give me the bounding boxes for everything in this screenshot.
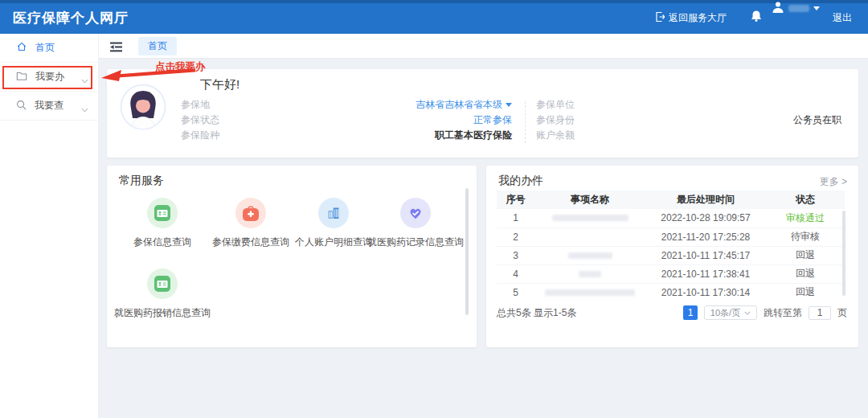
page-size-value: 10条/页 — [710, 307, 740, 319]
matters-table: 序号 事项名称 最后处理时间 状态 1 2022-10-28 19:09:57 … — [497, 191, 845, 299]
profile-card: 下午好! 参保地 吉林省吉林省省本级 参保状态 正常参保 参保险种 职工基本医疗… — [107, 69, 858, 158]
table-header-row: 序号 事项名称 最后处理时间 状态 — [497, 191, 845, 209]
table-row[interactable]: 2 2021-11-20 17:25:28 待审核 — [497, 227, 845, 246]
insured-status-label: 参保状态 — [181, 113, 219, 127]
menu-fold-icon[interactable] — [110, 41, 122, 51]
notification-bell-button[interactable] — [751, 10, 762, 25]
insured-unit-label: 参保单位 — [536, 98, 575, 112]
status-badge: 回退 — [766, 264, 845, 283]
services-title: 常用服务 — [119, 174, 164, 188]
logout-button[interactable]: 退出 — [833, 11, 852, 25]
matters-card: 我的办件 更多 > 序号 事项名称 最后处理时间 状态 1 2022-10-28… — [486, 166, 858, 347]
service-label: 就医购药记录信息查询 — [367, 236, 464, 249]
user-avatar-icon — [772, 2, 784, 15]
service-payment-info-query[interactable]: 参保缴费信息查询 — [203, 198, 299, 249]
tab-bar: 首页 — [99, 34, 868, 59]
id-card-icon — [147, 268, 178, 299]
chevron-down-icon — [744, 311, 751, 315]
app-header: 医疗保障个人网厅 返回服务大厅 退出 — [0, 0, 868, 34]
page-size-select[interactable]: 10条/页 — [704, 305, 757, 320]
service-label: 参保缴费信息查询 — [203, 236, 299, 249]
status-badge: 回退 — [766, 246, 845, 264]
pagination: 总共5条 显示1-5条 1 10条/页 跳转至第 页 — [497, 305, 847, 320]
sidebar: 首页 我要办 我要查 — [0, 34, 99, 418]
table-row[interactable]: 1 2022-10-28 19:09:57 审核通过 — [497, 209, 845, 227]
caret-down-icon[interactable] — [506, 103, 512, 107]
page-1-button[interactable]: 1 — [683, 305, 698, 320]
insured-status-value: 正常参保 — [473, 113, 512, 127]
service-label: 就医购药报销信息查询 — [114, 306, 211, 320]
table-row[interactable]: 4 2021-10-11 17:38:41 回退 — [497, 264, 845, 283]
avatar — [120, 84, 166, 133]
heart-check-icon — [400, 198, 431, 228]
redacted-item-name — [579, 271, 601, 277]
service-reimbursement-info-query[interactable]: 就医购药报销信息查询 — [114, 268, 211, 320]
jump-page-input[interactable] — [809, 306, 831, 320]
pagination-summary: 总共5条 显示1-5条 — [497, 306, 576, 320]
insurance-type-label: 参保险种 — [181, 129, 219, 142]
col-header-status: 状态 — [766, 191, 845, 209]
col-header-no: 序号 — [497, 191, 534, 209]
redacted-item-name — [552, 215, 628, 221]
more-link[interactable]: 更多 > — [820, 175, 847, 189]
column-divider — [525, 101, 526, 143]
annotation-highlight-box — [2, 66, 92, 89]
col-header-time: 最后处理时间 — [645, 191, 766, 209]
status-badge: 待审核 — [766, 227, 845, 246]
building-icon — [318, 198, 349, 228]
status-badge: 审核通过 — [766, 209, 845, 227]
bell-icon — [751, 10, 762, 25]
insured-identity-label: 参保身份 — [536, 113, 575, 127]
col-header-name: 事项名称 — [534, 191, 645, 209]
jump-label-prefix: 跳转至第 — [764, 306, 802, 320]
sidebar-item-label: 首页 — [35, 41, 55, 55]
redacted-username — [788, 5, 809, 12]
insured-place-value[interactable]: 吉林省吉林省省本级 — [416, 99, 502, 110]
return-doc-icon — [655, 11, 665, 25]
insured-place-label: 参保地 — [181, 98, 210, 112]
sidebar-item-query[interactable]: 我要查 — [0, 92, 98, 121]
return-hall-button[interactable]: 返回服务大厅 — [655, 11, 727, 25]
sidebar-item-home[interactable]: 首页 — [0, 34, 98, 63]
account-balance-label: 账户余额 — [536, 129, 575, 142]
status-badge: 回退 — [766, 283, 845, 299]
profile-info-left: 参保地 吉林省吉林省省本级 参保状态 正常参保 参保险种 职工基本医疗保险 — [181, 100, 512, 141]
tab-home[interactable]: 首页 — [138, 37, 177, 55]
greeting: 下午好! — [200, 77, 240, 92]
services-card: 常用服务 参保信息查询 参保缴费信息查询 个人账户明细查询 就医购药记录信息查询… — [107, 166, 477, 347]
user-menu-caret-icon — [813, 6, 820, 10]
table-row[interactable]: 3 2021-10-11 17:45:17 回退 — [497, 246, 845, 264]
table-row[interactable]: 5 2021-10-11 17:30:14 回退 — [497, 283, 845, 299]
insured-identity-value: 公务员在职 — [793, 113, 841, 127]
app-title: 医疗保障个人网厅 — [13, 9, 129, 27]
return-hall-label: 返回服务大厅 — [669, 11, 727, 25]
redacted-item-name — [568, 252, 612, 259]
chevron-down-icon — [81, 104, 88, 115]
id-card-icon — [147, 198, 178, 228]
service-medical-record-query[interactable]: 就医购药记录信息查询 — [367, 198, 464, 249]
matters-title: 我的办件 — [498, 174, 543, 188]
medkit-icon — [235, 198, 266, 228]
user-menu[interactable] — [772, 2, 820, 15]
insurance-type-value: 职工基本医疗保险 — [435, 129, 512, 142]
service-label: 参保信息查询 — [114, 236, 211, 249]
profile-info-right: 参保单位 参保身份 公务员在职 账户余额 — [536, 100, 841, 141]
service-insured-info-query[interactable]: 参保信息查询 — [114, 198, 211, 249]
sidebar-item-label: 我要查 — [35, 99, 63, 113]
redacted-item-name — [545, 289, 635, 296]
search-icon — [16, 100, 27, 113]
table-scrollbar[interactable] — [842, 211, 845, 296]
services-scrollbar[interactable] — [465, 188, 469, 315]
jump-label-suffix: 页 — [837, 306, 847, 320]
annotation-arrow — [100, 66, 197, 84]
home-icon — [16, 41, 27, 55]
